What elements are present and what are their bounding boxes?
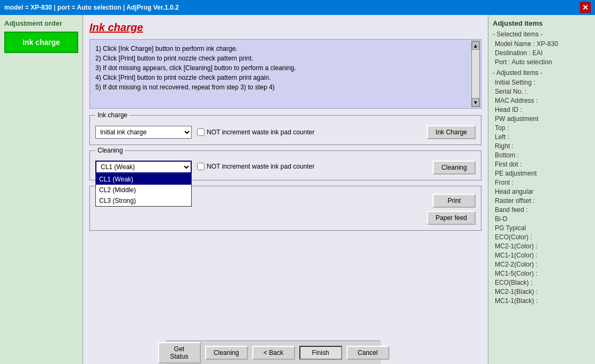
cleaning-section: Cleaning CL1 (Weak) CL2 (Middle) CL3 (St… bbox=[89, 150, 481, 180]
adjusted-items-header: - Adjusted items - bbox=[493, 69, 591, 77]
bottom-bar: Get Status Cleaning < Back Finish Cancel bbox=[166, 340, 381, 364]
scroll-up-btn[interactable]: ▲ bbox=[472, 41, 479, 50]
pe-front: Front : bbox=[493, 179, 591, 186]
instruction-4: 4) Click [Print] button to print nozzle … bbox=[95, 74, 476, 81]
raster-offset: Raster offset : bbox=[493, 197, 591, 204]
band-feed: Band feed : bbox=[493, 206, 591, 214]
pw-right: Right : bbox=[493, 142, 591, 150]
selected-items-header: - Selected items - bbox=[493, 31, 591, 38]
instruction-2: 2) Click [Print] button to print nozzle … bbox=[95, 55, 476, 62]
ink-charge-section: Ink charge Initial ink charge Ink charge… bbox=[89, 115, 481, 145]
page-title: Ink charge bbox=[89, 21, 481, 34]
model-name: Model Name : XP-830 bbox=[493, 40, 591, 48]
pw-first-dot: First dot : bbox=[493, 161, 591, 168]
cleaning-dropdown-container: CL1 (Weak) CL2 (Middle) CL3 (Strong) CL1… bbox=[95, 161, 192, 173]
serial-no: Serial No. : bbox=[493, 88, 591, 95]
print-button[interactable]: Print bbox=[433, 194, 476, 208]
cleaning-dropdown[interactable]: CL1 (Weak) CL2 (Middle) CL3 (Strong) bbox=[95, 161, 192, 173]
sidebar: Adjustment order Ink charge bbox=[0, 15, 83, 364]
cleaning-open-option-middle[interactable]: CL2 (Middle) bbox=[96, 185, 191, 195]
bottom-cleaning-button[interactable]: Cleaning bbox=[205, 346, 248, 360]
port: Port : Auto selection bbox=[493, 58, 591, 66]
ink-charge-checkbox[interactable] bbox=[197, 128, 205, 136]
ink-charge-label: Ink charge bbox=[95, 111, 130, 119]
mc21-black: MC2-1(Black) : bbox=[493, 288, 591, 295]
cleaning-checkbox[interactable] bbox=[197, 163, 205, 170]
title-bar-text: model = XP-830 | port = Auto selection |… bbox=[4, 4, 179, 11]
sidebar-item-ink-charge[interactable]: Ink charge bbox=[4, 32, 78, 53]
mc21-color: MC2-1(Color) : bbox=[493, 242, 591, 250]
bi-d: Bi-D bbox=[493, 215, 591, 223]
cleaning-dropdown-open: CL1 (Weak) CL2 (Middle) CL3 (Strong) bbox=[95, 173, 192, 207]
scroll-down-btn[interactable]: ▼ bbox=[472, 98, 479, 107]
paper-feed-button[interactable]: Paper feed bbox=[427, 211, 476, 225]
cleaning-checkbox-text: NOT increment waste ink pad counter bbox=[207, 163, 314, 170]
pw-top: Top : bbox=[493, 124, 591, 132]
head-id: Head ID : bbox=[493, 106, 591, 113]
pw-left: Left : bbox=[493, 133, 591, 141]
ink-charge-dropdown-container: Initial ink charge Ink charge bbox=[95, 126, 192, 139]
destination: Destination : EAI bbox=[493, 49, 591, 57]
pw-adjustment: PW adjustment bbox=[493, 115, 591, 123]
mac-address: MAC Address : bbox=[493, 97, 591, 104]
cleaning-open-option-weak[interactable]: CL1 (Weak) bbox=[96, 174, 191, 185]
pe-adjustment: PE adjustment bbox=[493, 170, 591, 177]
instruction-1: 1) Click [Ink Charge] button to perform … bbox=[95, 45, 476, 52]
instruction-5: 5) If dot missing is not recovered, repe… bbox=[95, 84, 476, 91]
cleaning-label: Cleaning bbox=[95, 147, 125, 154]
back-button[interactable]: < Back bbox=[252, 346, 295, 360]
mc22-color: MC2-2(Color) : bbox=[493, 261, 591, 268]
mc11-color: MC1-1(Color) : bbox=[493, 252, 591, 259]
ink-charge-button[interactable]: Ink Charge bbox=[427, 125, 476, 139]
ink-charge-checkbox-text: NOT increment waste ink pad counter bbox=[207, 128, 314, 136]
pg-typical: PG Typical bbox=[493, 224, 591, 232]
mc11-black: MC1-1(Black) : bbox=[493, 297, 591, 305]
instruction-3: 3) If dot missing appears, click [Cleani… bbox=[95, 64, 476, 72]
eco-black: ECO(Black) : bbox=[493, 279, 591, 286]
eco-color: ECO(Color) : bbox=[493, 233, 591, 241]
mc15-color: MC1-5(Color) : bbox=[493, 270, 591, 277]
cleaning-button[interactable]: Cleaning bbox=[433, 161, 476, 175]
pw-bottom: Bottom : bbox=[493, 151, 591, 159]
sidebar-title: Adjustment order bbox=[4, 19, 78, 27]
head-angular: Head angular bbox=[493, 188, 591, 195]
cancel-button[interactable]: Cancel bbox=[347, 346, 389, 360]
ink-charge-dropdown[interactable]: Initial ink charge Ink charge bbox=[95, 126, 192, 139]
center-content: Ink charge 1) Click [Ink Charge] button … bbox=[83, 15, 488, 364]
cleaning-open-option-strong[interactable]: CL3 (Strong) bbox=[96, 195, 191, 206]
instructions-box: 1) Click [Ink Charge] button to perform … bbox=[89, 39, 481, 109]
close-button[interactable]: ✕ bbox=[580, 2, 591, 13]
cleaning-checkbox-label: NOT increment waste ink pad counter bbox=[197, 163, 314, 170]
ink-charge-checkbox-label: NOT increment waste ink pad counter bbox=[197, 128, 314, 136]
right-panel: Adjusted items - Selected items - Model … bbox=[488, 15, 595, 364]
finish-button[interactable]: Finish bbox=[299, 346, 342, 360]
title-bar: model = XP-830 | port = Auto selection |… bbox=[0, 0, 595, 15]
get-status-button[interactable]: Get Status bbox=[158, 342, 201, 363]
right-panel-title: Adjusted items bbox=[493, 19, 591, 27]
initial-setting: Initial Setting : bbox=[493, 79, 591, 86]
instructions-scrollbar[interactable]: ▲ ▼ bbox=[471, 41, 480, 107]
